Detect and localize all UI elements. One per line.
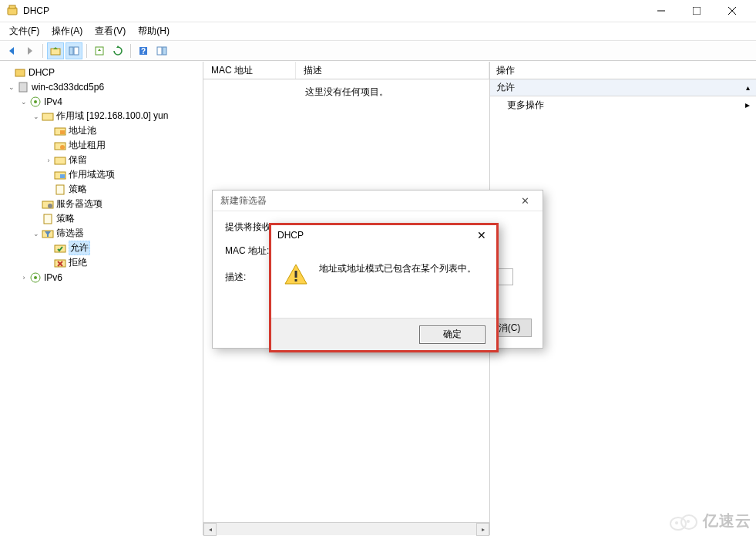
- watermark-text: 亿速云: [703, 511, 751, 531]
- svg-rect-23: [42, 113, 53, 120]
- svg-marker-7: [28, 47, 32, 55]
- ipv6-icon: [29, 271, 42, 284]
- minimize-button[interactable]: [643, 0, 679, 22]
- submenu-icon: ▸: [745, 99, 750, 110]
- menu-action[interactable]: 操作(A): [45, 23, 89, 39]
- server-icon: [17, 81, 29, 93]
- column-desc[interactable]: 描述: [296, 62, 489, 79]
- menu-view[interactable]: 查看(V): [89, 23, 132, 39]
- column-mac[interactable]: MAC 地址: [203, 62, 296, 79]
- svg-rect-44: [295, 271, 297, 278]
- reservations-icon: [54, 154, 66, 167]
- collapse-icon[interactable]: ▴: [746, 83, 750, 92]
- expander-icon[interactable]: ›: [18, 274, 29, 281]
- tree-label: IPv4: [44, 96, 62, 107]
- svg-rect-1: [9, 5, 15, 8]
- menubar: 文件(F) 操作(A) 查看(V) 帮助(H): [0, 22, 756, 41]
- ok-button[interactable]: 确定: [419, 325, 486, 344]
- svg-point-42: [34, 276, 37, 279]
- tree-server-policies[interactable]: 策略: [0, 211, 203, 226]
- expander-icon[interactable]: ›: [43, 157, 54, 164]
- dialog-title: 新建筛选器: [220, 194, 267, 207]
- msgbox-body: 地址或地址模式已包含在某个列表中。: [271, 245, 496, 296]
- horizontal-scrollbar[interactable]: ◂ ▸: [203, 522, 489, 535]
- tree-label: IPv6: [44, 272, 62, 283]
- svg-point-48: [675, 521, 678, 524]
- menu-help[interactable]: 帮助(H): [132, 23, 176, 39]
- tree-label: win-c3d33dcd5p6: [32, 82, 104, 93]
- svg-rect-28: [55, 157, 66, 164]
- message-box[interactable]: DHCP ✕ 地址或地址模式已包含在某个列表中。 确定: [269, 223, 499, 352]
- tree-label: 筛选器: [56, 227, 84, 240]
- msgbox-message: 地址或地址模式已包含在某个列表中。: [319, 262, 476, 275]
- dialog-desc-text: 提供将接收: [225, 221, 271, 234]
- tree-deny[interactable]: 拒绝: [0, 255, 203, 270]
- msgbox-footer: 确定: [271, 318, 496, 350]
- maximize-button[interactable]: [679, 0, 714, 22]
- ipv4-icon: [29, 96, 42, 108]
- toolbar-separator: [42, 44, 43, 58]
- svg-rect-30: [60, 174, 65, 178]
- tree-panel[interactable]: DHCP ⌄ win-c3d33dcd5p6 ⌄ IPv4 ⌄ 作用域 [192…: [0, 62, 203, 535]
- toolbar: ?: [0, 41, 756, 61]
- help-button[interactable]: ?: [135, 42, 152, 59]
- tree-label: 作用域 [192.168.100.0] yun: [56, 110, 168, 123]
- show-hide-action-pane-button[interactable]: [153, 42, 170, 59]
- tree-label: 服务器选项: [56, 197, 102, 211]
- msgbox-titlebar[interactable]: DHCP ✕: [271, 225, 496, 245]
- show-hide-console-tree-button[interactable]: [66, 42, 82, 59]
- tree-filters[interactable]: ⌄ 筛选器: [0, 226, 203, 241]
- tree-reservations[interactable]: › 保留: [0, 153, 203, 167]
- policies-icon: [54, 184, 66, 196]
- export-list-button[interactable]: [91, 42, 108, 59]
- dialog-close-button[interactable]: ✕: [515, 193, 535, 208]
- expander-icon[interactable]: ⌄: [18, 98, 29, 106]
- action-more-actions[interactable]: 更多操作 ▸: [490, 96, 756, 113]
- filters-icon: [42, 228, 54, 240]
- nav-forward-button[interactable]: [22, 42, 39, 59]
- tree-root-dhcp[interactable]: DHCP: [0, 65, 203, 79]
- svg-point-49: [687, 520, 690, 523]
- tree-server[interactable]: ⌄ win-c3d33dcd5p6: [0, 79, 203, 94]
- svg-rect-10: [69, 47, 73, 55]
- tree-label: 策略: [56, 212, 75, 225]
- tree-label: 保留: [69, 153, 87, 167]
- scope-icon: [42, 110, 54, 123]
- tree-address-pool[interactable]: 地址池: [0, 123, 203, 138]
- scroll-right-button[interactable]: ▸: [476, 523, 489, 536]
- expander-icon[interactable]: ⌄: [31, 230, 42, 238]
- scroll-left-button[interactable]: ◂: [203, 523, 217, 536]
- tree-label: 拒绝: [69, 256, 87, 269]
- svg-rect-45: [295, 279, 297, 281]
- dialog-titlebar[interactable]: 新建筛选器 ✕: [213, 190, 543, 211]
- nav-back-button[interactable]: [3, 42, 20, 59]
- close-button[interactable]: [714, 0, 750, 22]
- toolbar-separator: [130, 44, 131, 58]
- expander-icon[interactable]: ⌄: [6, 83, 17, 91]
- svg-marker-6: [9, 47, 14, 55]
- expander-icon[interactable]: ⌄: [31, 113, 42, 120]
- app-icon: [6, 5, 18, 17]
- svg-point-22: [34, 100, 37, 103]
- svg-rect-19: [15, 69, 25, 76]
- svg-rect-17: [157, 47, 162, 55]
- allow-icon: [54, 242, 66, 255]
- svg-point-27: [60, 145, 65, 150]
- action-item-label: 更多操作: [507, 99, 544, 112]
- tree-scope[interactable]: ⌄ 作用域 [192.168.100.0] yun: [0, 109, 203, 123]
- svg-rect-11: [74, 47, 79, 55]
- tree-ipv4[interactable]: ⌄ IPv4: [0, 94, 203, 109]
- tree-scope-options[interactable]: 作用域选项: [0, 167, 203, 182]
- tree-scope-policies[interactable]: 策略: [0, 182, 203, 197]
- tree-label: 地址池: [69, 124, 96, 137]
- refresh-button[interactable]: [109, 42, 126, 59]
- tree-label: 地址租用: [69, 139, 106, 152]
- menu-file[interactable]: 文件(F): [3, 23, 45, 39]
- tree-address-leases[interactable]: 地址租用: [0, 138, 203, 153]
- tree-allow[interactable]: 允许: [0, 241, 203, 255]
- msgbox-close-button[interactable]: ✕: [473, 228, 490, 242]
- tree-server-options[interactable]: 服务器选项: [0, 197, 203, 211]
- tree-ipv6[interactable]: › IPv6: [0, 270, 203, 285]
- action-section-allow[interactable]: 允许 ▴: [490, 79, 756, 96]
- up-folder-button[interactable]: [47, 42, 64, 59]
